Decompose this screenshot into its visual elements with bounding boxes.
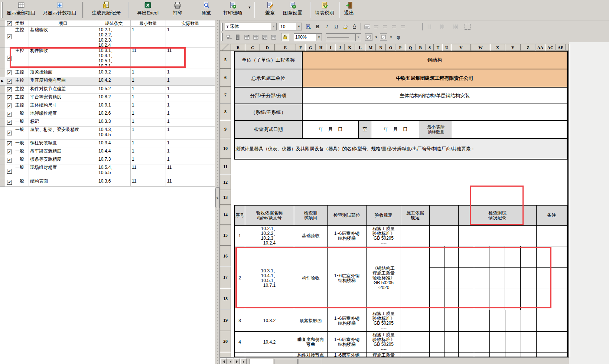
font-size-select[interactable]: 10 ▼	[279, 23, 302, 30]
table-tool-icon-5[interactable]	[261, 34, 268, 40]
cell-min[interactable]: 1	[131, 86, 166, 94]
column-header[interactable]: Z	[521, 44, 535, 51]
cell-basis[interactable]: 10.3.2	[245, 310, 294, 331]
cell-spec[interactable]: 10.5.4、 10.5.5	[97, 164, 131, 178]
generate-record-button[interactable]: 生成原始记录	[88, 1, 124, 20]
cell-item[interactable]: 构件验收	[294, 246, 328, 310]
header-record[interactable]: 检查测试 情况记录	[459, 206, 537, 225]
header-basis[interactable]: 验收依据名称 /编号/条文号	[245, 206, 294, 225]
cell-record-sub[interactable]	[444, 332, 459, 352]
preview-button[interactable]: 预览	[196, 1, 216, 20]
cell-basis[interactable]: 10.3.1、 10.4.1、 10.5.1、 10.7.1	[245, 246, 294, 310]
cell-record-sub[interactable]	[521, 332, 537, 352]
cell-subdivision[interactable]: 主体结构/钢结构/单层钢结构安装	[303, 88, 567, 104]
cell-record-sub[interactable]	[444, 310, 459, 331]
chevron-down-icon[interactable]: ▼	[316, 34, 322, 41]
cell-record-sub[interactable]	[505, 310, 521, 331]
stamp-settings-button[interactable]: 图章设置	[279, 1, 306, 20]
cell-spec[interactable]: 10.3.1、 10.4.1、 10.5.1、 10.7.1	[97, 47, 131, 69]
cell-basis[interactable]: 10.2.1、 10.2.2、 10.2.3、 10.2.4	[245, 226, 294, 246]
cell-item[interactable]: 屋架、桁架、梁安装精度	[29, 127, 97, 140]
cell-label[interactable]: 检查测试日期	[235, 121, 303, 138]
row-header[interactable]: 11	[220, 159, 231, 174]
column-header-actual[interactable]: 实际数量	[166, 20, 215, 27]
column-header[interactable]: S	[426, 44, 434, 51]
cell-spec[interactable]: 10.3.2	[97, 69, 131, 77]
inspection-row-1[interactable]: 1 10.2.1、 10.2.2、 10.2.3、 10.2.4 基础验收 1~…	[235, 226, 567, 246]
cell-spec[interactable]: 10.5.2	[97, 86, 131, 94]
cell-empty[interactable]	[452, 121, 567, 138]
checkbox-checked-icon[interactable]: ✓	[7, 70, 12, 75]
inspection-row-4[interactable]: 4 10.4.2 垂直度和侧向 弯曲 1~6层室外钢 结构楼梯 程施工质量 验收…	[235, 332, 567, 353]
cell-actual[interactable]: 1	[166, 118, 215, 127]
cell-min[interactable]: 1	[131, 118, 166, 127]
cell-record-sub[interactable]	[474, 310, 490, 331]
cell-basis[interactable]	[245, 353, 294, 357]
checkbox-checked-icon[interactable]: ✓	[7, 56, 12, 60]
align-right-icon[interactable]	[390, 23, 398, 30]
column-header[interactable]: L	[355, 44, 365, 51]
cell-item[interactable]: 现场组对精度	[29, 164, 97, 178]
cell-type[interactable]: 主控	[14, 86, 29, 94]
cell-type[interactable]: 一般	[14, 110, 29, 118]
checkbox-checked-icon[interactable]: ✓	[7, 150, 12, 154]
cell-type[interactable]: 主控	[14, 94, 29, 102]
cell-seq[interactable]: 1	[235, 226, 245, 246]
chevron-down-icon[interactable]: ▼	[271, 23, 276, 30]
show-all-items-button[interactable]: 显示全部项目	[3, 1, 40, 20]
header-item[interactable]: 检查测 试项目	[294, 206, 328, 225]
cell-date-end[interactable]: 年 月 日	[371, 121, 420, 138]
checkbox-cell[interactable]: ✓	[5, 178, 14, 187]
cell-standard[interactable]: 程施工质量	[367, 353, 401, 357]
cell-min[interactable]: 1	[131, 77, 166, 86]
cell-construction-basis[interactable]	[401, 226, 430, 246]
cell-label[interactable]: 单位（子单位）工程名称	[235, 52, 303, 69]
cell-part[interactable]: 1~6层室外钢 结构楼梯	[328, 226, 367, 246]
cell-actual[interactable]: 1	[166, 156, 215, 164]
header-construction-basis[interactable]: 施工依据 规定	[401, 206, 430, 225]
cell-standard[interactable]: 程施工质量 验收标准》 GB 50205 ----	[367, 226, 401, 246]
cell-item[interactable]: 主体结构尺寸	[29, 102, 97, 110]
cell-min[interactable]: 1	[131, 69, 166, 77]
cell-record-sub[interactable]	[521, 310, 537, 331]
cell-type[interactable]: 一般	[14, 178, 29, 187]
cell-record-sub[interactable]	[490, 353, 505, 357]
checkbox-checked-icon[interactable]: ✓	[7, 79, 12, 84]
cell-remark[interactable]	[537, 226, 567, 246]
chevron-down-icon[interactable]: ▼	[355, 34, 361, 41]
column-header[interactable]: Y	[505, 44, 521, 51]
zoom-select[interactable]: 100% ▼	[294, 33, 322, 41]
checkbox-cell[interactable]: ✓	[5, 102, 14, 110]
table-row[interactable]: ✓一般结构表面10.3.61111	[0, 178, 215, 187]
line-style-select[interactable]: ▼	[326, 33, 361, 41]
table-row[interactable]: ✓一般吊车梁安装精度10.4.411	[0, 148, 215, 156]
cell-item[interactable]: 平台等安装精度	[29, 94, 97, 102]
cell-record[interactable]	[459, 226, 537, 246]
tab-next-button[interactable]	[234, 358, 240, 364]
cell-min[interactable]: 11	[131, 178, 166, 187]
column-header[interactable]: M	[365, 44, 376, 51]
cell-standard[interactable]: 程施工质量 验收标准》 GB 50205 ----	[367, 332, 401, 352]
table-tool-icon-6[interactable]	[270, 34, 277, 40]
selection-marquee-icon[interactable]	[465, 24, 470, 30]
checkbox-cell[interactable]: ✓	[5, 140, 14, 148]
cell-construction-basis[interactable]	[401, 332, 430, 352]
remark-mini-cells[interactable]	[537, 246, 567, 310]
cell-seq[interactable]: 4	[235, 332, 245, 352]
header-remark[interactable]: 备注	[537, 206, 567, 225]
cell-record-sub[interactable]	[521, 353, 537, 357]
align-center-icon[interactable]	[381, 23, 389, 30]
table-tool-icon-2[interactable]	[234, 34, 242, 40]
cell-item[interactable]: 吊车梁安装精度	[29, 148, 97, 156]
cell-spec[interactable]: 10.9.1	[97, 102, 131, 110]
checkbox-checked-icon[interactable]: ✓	[7, 169, 12, 174]
chevron-down-icon[interactable]: ▼	[296, 23, 302, 30]
checkbox-checked-icon[interactable]: ✓	[7, 180, 12, 185]
row-header[interactable]: 6	[220, 69, 231, 87]
column-header[interactable]: J	[335, 44, 345, 51]
table-row[interactable]: ✓主控构件验收10.3.1、 10.4.1、 10.5.1、 10.7.1111…	[0, 47, 215, 69]
checkbox-cell[interactable]: ✓	[5, 110, 14, 118]
cell-min[interactable]: 11	[131, 47, 166, 69]
cell-item[interactable]: 顶紧接触面	[294, 310, 328, 331]
cell-min[interactable]: 1	[131, 110, 166, 118]
